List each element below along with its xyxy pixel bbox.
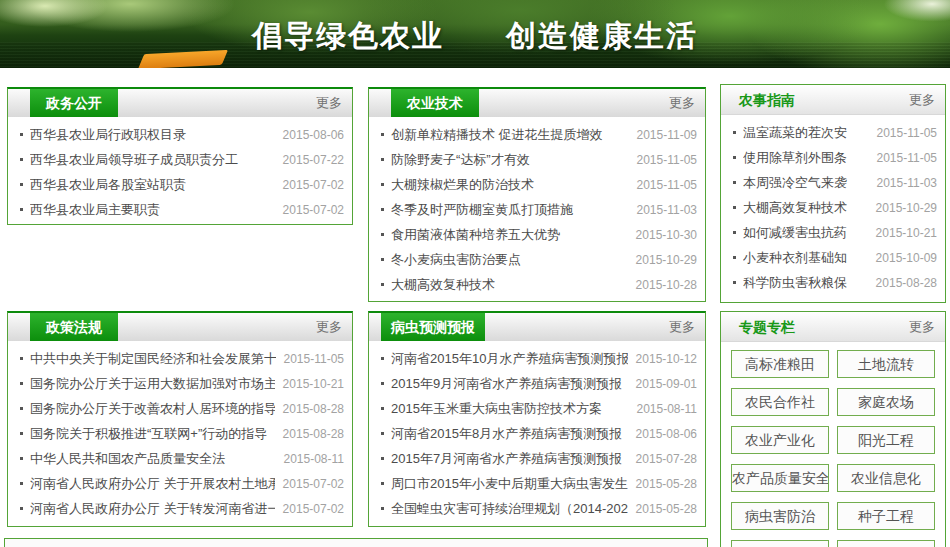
bullet-icon (733, 231, 736, 234)
article-link[interactable]: 2015年7月河南省水产养殖病害预测预报 (391, 450, 628, 468)
article-link[interactable]: 周口市2015年小麦中后期重大病虫害发生趋 (391, 475, 628, 493)
article-date: 2015-05-28 (636, 477, 697, 491)
bullet-icon (381, 432, 384, 435)
list-item: 河南省人民政府办公厅 关于转发河南省进一2015-07-02 (20, 496, 344, 521)
topic-button[interactable]: 病虫害防治 (731, 502, 829, 530)
article-link[interactable]: 2015年9月河南省水产养殖病害预测预报 (391, 375, 628, 393)
panel-title: 农事指南 (739, 92, 795, 108)
topic-button[interactable]: 家庭农场 (837, 388, 935, 416)
article-date: 2015-05-28 (636, 502, 697, 516)
bullet-icon (381, 208, 384, 211)
article-link[interactable]: 冬季及时严防棚室黄瓜打顶措施 (391, 201, 629, 219)
list-item: 2015年9月河南省水产养殖病害预测预报2015-09-01 (381, 371, 697, 396)
list-item: 大棚高效复种技术2015-10-29 (733, 195, 937, 220)
list-item: 大棚辣椒烂果的防治技术2015-11-05 (381, 172, 697, 197)
panel-special-topics: 专题专栏 更多 高标准粮田土地流转农民合作社家庭农场农业产业化阳光工程农产品质量… (720, 311, 946, 547)
topic-button[interactable]: 种子工程 (837, 502, 935, 530)
bullet-icon (381, 258, 384, 261)
panel-header: 农事指南 更多 (721, 85, 945, 115)
article-link[interactable]: 中共中央关于制定国民经济和社会发展第十 (30, 350, 276, 368)
article-date: 2015-07-02 (283, 178, 344, 192)
article-link[interactable]: 河南省2015年10月水产养殖病害预测预报 (391, 350, 628, 368)
bullet-icon (381, 233, 384, 236)
panel-gov-affairs: 政务公开 更多 西华县农业局行政职权目录2015-08-06西华县农业局领导班子… (7, 87, 353, 225)
bullet-icon (20, 382, 23, 385)
article-link[interactable]: 全国蝗虫灾害可持续治理规划（2014-2020年 (391, 500, 628, 518)
more-link[interactable]: 更多 (669, 313, 695, 341)
article-link[interactable]: 国务院办公厅关于运用大数据加强对市场主 (30, 375, 275, 393)
topic-button[interactable]: 农业产业化 (731, 426, 829, 454)
list-item: 国务院办公厅关于改善农村人居环境的指导2015-08-28 (20, 396, 344, 421)
bullet-icon (381, 457, 384, 460)
more-link[interactable]: 更多 (669, 89, 695, 117)
article-link[interactable]: 河南省人民政府办公厅 关于开展农村土地承 (30, 475, 275, 493)
bullet-icon (20, 482, 23, 485)
more-link[interactable]: 更多 (909, 85, 935, 115)
article-link[interactable]: 使用除草剂外围条 (743, 149, 869, 167)
article-link[interactable]: 科学防虫害秋粮保 (743, 274, 868, 292)
topic-button[interactable]: 配方施肥 (731, 540, 829, 547)
article-link[interactable]: 防除野麦子“达标”才有效 (391, 151, 629, 169)
article-link[interactable]: 食用菌液体菌种培养五大优势 (391, 226, 628, 244)
article-link[interactable]: 中华人民共和国农产品质量安全法 (30, 450, 276, 468)
bullet-icon (20, 457, 23, 460)
bullet-icon (733, 206, 736, 209)
bullet-icon (381, 407, 384, 410)
bullet-icon (381, 158, 384, 161)
list-item: 小麦种衣剂基础知2015-10-09 (733, 245, 937, 270)
article-link[interactable]: 如何减缓害虫抗药 (743, 224, 868, 242)
more-link[interactable]: 更多 (316, 89, 342, 117)
panel-policy-law: 政策法规 更多 中共中央关于制定国民经济和社会发展第十2015-11-05国务院… (7, 311, 353, 527)
article-date: 2015-08-06 (636, 427, 697, 441)
topic-button[interactable]: 土地流转 (837, 350, 935, 378)
article-link[interactable]: 西华县农业局领导班子成员职责分工 (30, 151, 275, 169)
bullet-icon (733, 256, 736, 259)
article-date: 2015-11-03 (637, 203, 698, 217)
article-date: 2015-11-05 (877, 126, 938, 140)
list-item: 使用除草剂外围条2015-11-05 (733, 145, 937, 170)
more-link[interactable]: 更多 (909, 312, 935, 342)
panel-title-tab: 农业技术 (391, 89, 479, 117)
article-link[interactable]: 西华县农业局行政职权目录 (30, 126, 275, 144)
list-item: 食用菌液体菌种培养五大优势2015-10-30 (381, 222, 697, 247)
list-item: 中共中央关于制定国民经济和社会发展第十2015-11-05 (20, 346, 344, 371)
article-date: 2015-08-11 (637, 402, 698, 416)
article-link[interactable]: 创新单粒精播技术 促进花生提质增效 (391, 126, 629, 144)
article-date: 2015-11-05 (284, 352, 345, 366)
topic-button[interactable]: 阳光工程 (837, 426, 935, 454)
topic-button[interactable]: 农业信息化 (837, 464, 935, 492)
article-list: 中共中央关于制定国民经济和社会发展第十2015-11-05国务院办公厅关于运用大… (8, 341, 352, 521)
panel-title-tab: 病虫预测预报 (381, 313, 485, 341)
article-link[interactable]: 大棚高效复种技术 (743, 199, 868, 217)
list-item: 温室蔬菜的茬次安2015-11-05 (733, 120, 937, 145)
article-date: 2015-08-28 (283, 427, 344, 441)
article-link[interactable]: 大棚高效复种技术 (391, 276, 628, 294)
topics-button-grid: 高标准粮田土地流转农民合作社家庭农场农业产业化阳光工程农产品质量安全农业信息化病… (721, 342, 945, 547)
banner-slogan: 倡导绿色农业 创造健康生活 (0, 16, 950, 57)
topic-button[interactable]: 高标准粮田 (731, 350, 829, 378)
article-link[interactable]: 本周强冷空气来袭 (743, 174, 869, 192)
article-link[interactable]: 国务院办公厅关于改善农村人居环境的指导 (30, 400, 275, 418)
list-item: 2015年7月河南省水产养殖病害预测预报2015-07-28 (381, 446, 697, 471)
more-link[interactable]: 更多 (316, 313, 342, 341)
topic-button[interactable]: 农机购置 (837, 540, 935, 547)
article-link[interactable]: 小麦种衣剂基础知 (743, 249, 868, 267)
panel-title-tab: 政务公开 (30, 89, 118, 117)
article-date: 2015-10-29 (636, 253, 697, 267)
article-link[interactable]: 冬小麦病虫害防治要点 (391, 251, 628, 269)
bullet-icon (733, 181, 736, 184)
list-item: 创新单粒精播技术 促进花生提质增效2015-11-09 (381, 122, 697, 147)
article-link[interactable]: 大棚辣椒烂果的防治技术 (391, 176, 629, 194)
topic-button[interactable]: 农产品质量安全 (731, 464, 829, 492)
article-date: 2015-07-02 (283, 203, 344, 217)
article-link[interactable]: 2015年玉米重大病虫害防控技术方案 (391, 400, 629, 418)
panel-farming-guide: 农事指南 更多 温室蔬菜的茬次安2015-11-05使用除草剂外围条2015-1… (720, 84, 946, 303)
article-date: 2015-09-01 (636, 377, 697, 391)
article-link[interactable]: 河南省人民政府办公厅 关于转发河南省进一 (30, 500, 275, 518)
article-link[interactable]: 国务院关于积极推进“互联网+”行动的指导 (30, 425, 275, 443)
article-link[interactable]: 西华县农业局各股室站职责 (30, 176, 275, 194)
article-link[interactable]: 河南省2015年8月水产养殖病害预测预报 (391, 425, 628, 443)
article-link[interactable]: 西华县农业局主要职责 (30, 201, 275, 219)
topic-button[interactable]: 农民合作社 (731, 388, 829, 416)
article-link[interactable]: 温室蔬菜的茬次安 (743, 124, 869, 142)
